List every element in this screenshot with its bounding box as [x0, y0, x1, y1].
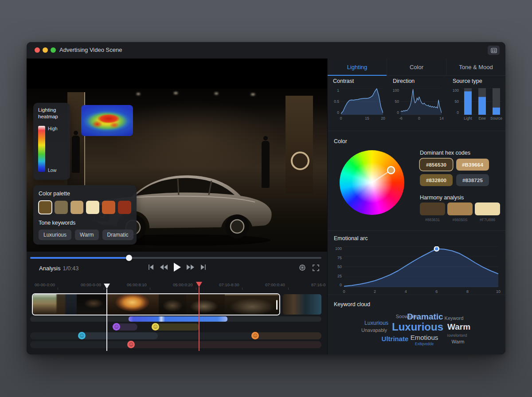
rewind-icon[interactable] — [160, 265, 168, 270]
emotion-marker[interactable]: ☺ — [78, 332, 86, 339]
cloud-keyword[interactable]: Ultrinate — [382, 335, 409, 343]
film-thumbnail-road[interactable] — [33, 294, 77, 315]
close-traffic-light[interactable] — [35, 47, 40, 53]
filmstrip-selection[interactable] — [32, 293, 280, 315]
axis-tick: 50 — [337, 265, 342, 269]
minimize-traffic-light[interactable] — [43, 47, 48, 53]
fast-forward-icon[interactable] — [187, 265, 194, 270]
cloud-keyword[interactable]: Keyword — [445, 315, 464, 321]
tone-chip-luxurious[interactable]: Luxurious — [39, 230, 71, 240]
cloud-keyword[interactable]: Unavapably — [361, 327, 387, 333]
time-value: 1/0:43 — [63, 265, 78, 272]
source-type-chart — [461, 88, 501, 115]
ceiling-light — [251, 93, 255, 95]
palette-swatch[interactable] — [55, 201, 68, 214]
palette-swatch[interactable] — [102, 201, 115, 214]
timestamp: 07:00:0:40 — [265, 282, 285, 287]
heatmap-legend-panel: Lighting heatmap High Low — [33, 103, 70, 180]
filmstrip-after-clip[interactable] — [283, 294, 321, 315]
contrast-chart-title: Contrast — [333, 78, 390, 84]
axis-tick: 100 — [453, 88, 459, 93]
layout-icon[interactable] — [488, 46, 500, 55]
palette-swatch[interactable] — [118, 201, 131, 214]
analysis-track[interactable] — [30, 316, 321, 322]
emotion-marker[interactable]: ☺ — [251, 332, 259, 339]
cloud-keyword[interactable]: Luxurious — [364, 320, 388, 326]
playhead-flag-red[interactable] — [196, 282, 202, 287]
tone-chip-dramatic[interactable]: Dramatic — [102, 230, 133, 240]
cloud-keyword[interactable]: Warm — [447, 322, 470, 332]
cloud-keyword[interactable]: Dramatic — [407, 312, 443, 322]
film-thumbnail-showroom-car[interactable] — [186, 294, 225, 315]
contrast-chart — [341, 88, 383, 115]
analysis-label: Analysis — [39, 265, 60, 272]
analysis-segment[interactable] — [129, 316, 227, 322]
emotion-segment — [255, 332, 321, 339]
skip-back-icon[interactable] — [148, 264, 154, 270]
film-thumbnail-showroom-front[interactable] — [159, 294, 186, 315]
hex-chip[interactable]: #832800 — [420, 174, 453, 186]
source-type-chart-title: Source type — [453, 78, 505, 84]
harmony-swatch[interactable] — [420, 202, 445, 215]
settings-icon[interactable] — [299, 264, 306, 273]
legend-high-label: High — [48, 126, 58, 131]
playhead-flag-white[interactable] — [104, 284, 110, 289]
cloud-keyword[interactable]: Iovrelonterd — [447, 333, 467, 338]
axis-tick: 0 — [457, 110, 459, 115]
hex-chip[interactable]: #B39664 — [456, 159, 489, 171]
trim-handle[interactable] — [276, 300, 278, 310]
contrast-chart-block: Contrast 10.50 01520 — [333, 78, 390, 121]
left-column: Lighting heatmap High Low Color palette … — [27, 58, 327, 354]
harmony-swatches: #883631#86050S#F7U886 — [420, 202, 500, 222]
color-wheel[interactable] — [340, 150, 404, 215]
video-player[interactable]: Lighting heatmap High Low Color palette … — [27, 58, 327, 252]
tab-color[interactable]: Color — [387, 58, 446, 75]
emotion-marker[interactable]: ☺ — [127, 341, 135, 348]
tone-keywords-title: Tone keywords — [39, 220, 131, 226]
legend-low-label: Low — [48, 167, 56, 173]
film-thumbnail-showroom-wide[interactable] — [225, 294, 279, 315]
skip-forward-icon[interactable] — [200, 264, 207, 270]
harmony-code: #86050S — [452, 218, 467, 222]
ruler-tick — [58, 288, 58, 290]
timestamp: 00:00-0-00 — [81, 282, 101, 287]
heatmap-legend-title: Lighting heatmap — [33, 103, 65, 123]
hex-chip[interactable]: #838725 — [456, 174, 489, 186]
analysis-tabs: LightingColorTone & Mood — [328, 58, 505, 76]
playhead-white[interactable] — [106, 289, 107, 351]
cloud-keyword[interactable]: Luxurious — [392, 321, 443, 333]
film-thumbnail-interior[interactable] — [77, 294, 106, 315]
emotion-marker[interactable]: ☺ — [113, 323, 120, 331]
palette-swatch[interactable] — [39, 201, 52, 214]
hex-chip[interactable]: #856530 — [420, 159, 453, 171]
emotional-arc-block: 1007550250 — [332, 246, 498, 287]
film-thumbnail-sunset[interactable] — [106, 294, 159, 315]
cloud-keyword[interactable]: Ex8qvedde — [415, 342, 434, 346]
emotional-arc-title: Emotional arc — [334, 235, 368, 241]
palette-swatch[interactable] — [70, 201, 84, 214]
fullscreen-icon[interactable] — [313, 265, 319, 273]
timestamp: 07:10-8:30 — [219, 282, 239, 287]
harmony-swatch[interactable] — [475, 202, 500, 215]
titlebar: Advertising Video Scene — [27, 42, 505, 59]
playhead-red[interactable] — [199, 287, 200, 351]
emotion-marker[interactable]: ☺ — [152, 323, 159, 331]
maximize-traffic-light[interactable] — [51, 47, 56, 53]
progress-knob[interactable] — [126, 255, 132, 261]
axis-tick: 100 — [335, 246, 342, 251]
source-x-axis: LightEewSource — [461, 116, 501, 121]
tone-chip-warm[interactable]: Warm — [75, 230, 99, 240]
palette-swatch[interactable] — [86, 201, 99, 214]
play-icon[interactable] — [173, 263, 181, 272]
axis-tick: 8 — [466, 289, 469, 294]
playback-progress-bar[interactable] — [30, 257, 321, 259]
tab-lighting[interactable]: Lighting — [328, 58, 387, 75]
tab-tone-mood[interactable]: Tone & Mood — [446, 58, 505, 75]
source-y-axis: 100500 — [453, 88, 461, 115]
wall-sconce — [291, 152, 309, 170]
cloud-keyword[interactable]: Emotious — [411, 334, 438, 341]
ceiling-light — [215, 93, 218, 94]
cloud-keyword[interactable]: Warm — [452, 339, 465, 344]
dominant-hex-chips: #856530#B39664#832800#838725 — [420, 159, 489, 186]
harmony-swatch[interactable] — [447, 202, 473, 215]
